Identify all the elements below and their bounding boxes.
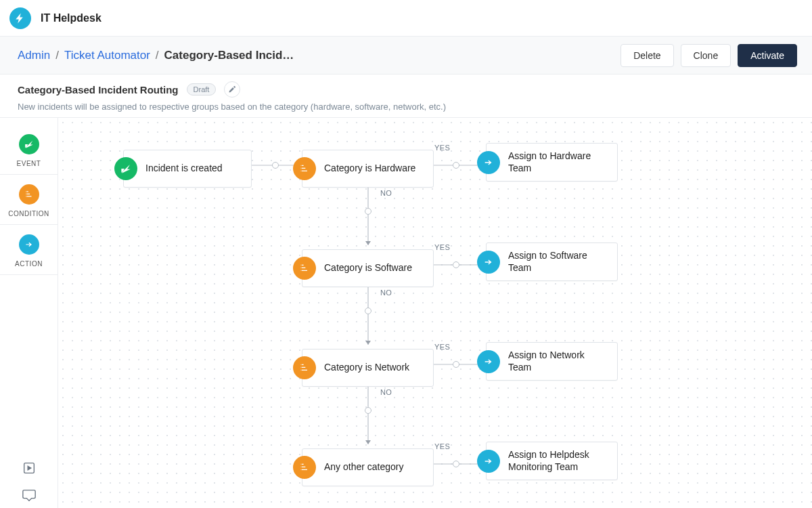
- edge-label-no: NO: [380, 189, 392, 197]
- edge-label-no: NO: [380, 388, 392, 396]
- event-icon: [114, 157, 137, 180]
- node-label: Category is Software: [324, 262, 412, 274]
- app-title: IT Helpdesk: [41, 12, 102, 24]
- node-condition-other[interactable]: Any other category: [302, 448, 434, 486]
- node-action-software-team[interactable]: Assign to Software Team: [486, 242, 618, 281]
- edge-label-no: NO: [380, 289, 392, 297]
- node-condition-hardware[interactable]: Category is Hardware: [302, 150, 434, 188]
- breadcrumb-automator[interactable]: Ticket Automator: [64, 49, 150, 62]
- workflow-description: New incidents will be assigned to respec…: [18, 102, 794, 112]
- node-label: Any other category: [324, 461, 404, 473]
- connector-port[interactable]: [453, 162, 459, 169]
- condition-icon: [293, 456, 316, 479]
- condition-icon: [24, 190, 34, 199]
- breadcrumb: Admin / Ticket Automator / Category-Base…: [18, 49, 294, 62]
- node-action-hardware-team[interactable]: Assign to Hardware Team: [486, 143, 618, 182]
- arrowhead-icon: [365, 440, 371, 447]
- node-condition-software[interactable]: Category is Software: [302, 249, 434, 287]
- edge-label-yes: YES: [434, 243, 450, 251]
- chat-icon: [22, 488, 37, 503]
- subheader: Admin / Ticket Automator / Category-Base…: [0, 37, 812, 75]
- action-icon: [24, 240, 34, 249]
- event-icon: [24, 140, 34, 149]
- play-tutorial-button[interactable]: [20, 459, 38, 477]
- node-event-start[interactable]: Incident is created: [123, 150, 252, 188]
- edge-label-yes: YES: [434, 442, 450, 450]
- play-square-icon: [22, 461, 37, 475]
- node-label: Assign to Hardware Team: [508, 150, 608, 174]
- node-label: Category is Hardware: [324, 163, 415, 175]
- node-label: Incident is created: [145, 163, 223, 175]
- feedback-button[interactable]: [20, 486, 38, 504]
- condition-icon: [293, 157, 316, 180]
- palette-condition[interactable]: CONDITION: [0, 175, 58, 225]
- breadcrumb-admin[interactable]: Admin: [18, 49, 50, 62]
- node-label: Assign to Helpdesk Monitoring Team: [508, 449, 608, 473]
- palette-action[interactable]: ACTION: [0, 225, 58, 275]
- connector-port[interactable]: [365, 308, 371, 314]
- connector-port[interactable]: [365, 407, 371, 414]
- topbar: IT Helpdesk: [0, 0, 812, 37]
- action-icon: [477, 251, 500, 274]
- bolt-icon: [14, 12, 26, 24]
- node-label: Assign to Software Team: [508, 250, 608, 274]
- action-icon: [477, 450, 500, 473]
- sidebar-utilities: [0, 459, 58, 504]
- activate-button[interactable]: Activate: [738, 44, 797, 67]
- workflow-title: Category-Based Incident Routing: [18, 84, 179, 96]
- header-actions: Delete Clone Activate: [621, 44, 797, 67]
- status-badge: Draft: [187, 83, 217, 96]
- pencil-icon: [228, 85, 236, 93]
- app-logo: [9, 7, 31, 29]
- title-strip: Category-Based Incident Routing Draft Ne…: [0, 75, 812, 118]
- connector-port[interactable]: [272, 162, 279, 169]
- node-condition-network[interactable]: Category is Network: [302, 349, 434, 387]
- arrowhead-icon: [365, 341, 371, 347]
- node-action-monitoring-team[interactable]: Assign to Helpdesk Monitoring Team: [486, 442, 618, 480]
- action-icon: [477, 350, 500, 373]
- connector-port[interactable]: [453, 461, 459, 467]
- edge-label-yes: YES: [434, 144, 450, 152]
- breadcrumb-current: Category-Based Incid…: [164, 49, 294, 62]
- palette-action-label: ACTION: [0, 260, 58, 268]
- node-label: Assign to Network Team: [508, 350, 608, 373]
- edge-label-yes: YES: [434, 343, 450, 351]
- connector-port[interactable]: [453, 261, 459, 268]
- delete-button[interactable]: Delete: [621, 44, 673, 67]
- connector-port[interactable]: [365, 208, 371, 215]
- breadcrumb-sep: /: [55, 49, 59, 62]
- palette: EVENT CONDITION ACTION: [0, 118, 58, 508]
- breadcrumb-sep: /: [156, 49, 159, 62]
- clone-button[interactable]: Clone: [681, 44, 731, 67]
- action-icon: [477, 151, 500, 174]
- condition-icon: [293, 257, 316, 280]
- palette-condition-label: CONDITION: [0, 210, 58, 217]
- connector-port[interactable]: [453, 361, 459, 368]
- arrowhead-icon: [365, 241, 371, 248]
- node-label: Category is Network: [324, 362, 409, 374]
- main: EVENT CONDITION ACTION: [0, 118, 812, 508]
- node-action-network-team[interactable]: Assign to Network Team: [486, 342, 618, 381]
- edit-title-button[interactable]: [224, 81, 240, 98]
- palette-event[interactable]: EVENT: [0, 125, 58, 175]
- canvas[interactable]: YES NO YES NO YES NO YES Incident is cre…: [58, 118, 812, 508]
- palette-event-label: EVENT: [0, 160, 58, 167]
- condition-icon: [293, 356, 316, 379]
